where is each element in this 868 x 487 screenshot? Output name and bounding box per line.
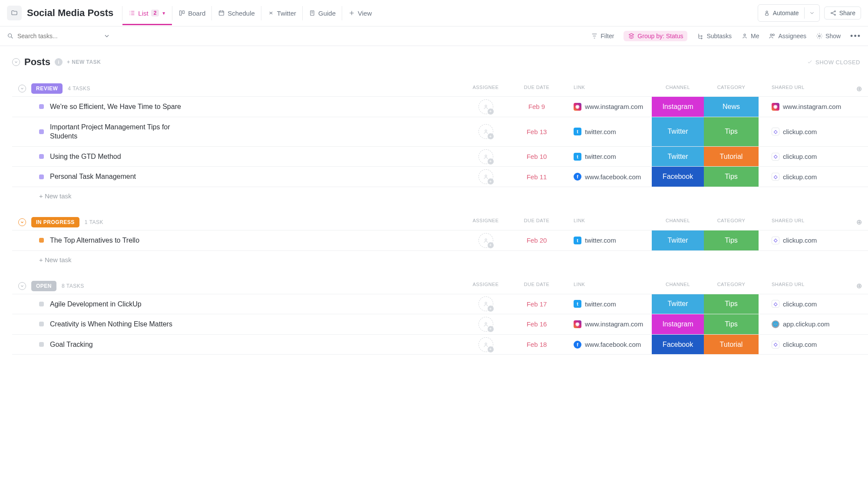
chevron-down-icon[interactable] (103, 33, 110, 39)
add-column-button[interactable]: ⊕ (851, 282, 868, 290)
status-pill[interactable]: OPEN (31, 281, 56, 291)
category-cell[interactable]: Tips (704, 230, 759, 250)
link-cell[interactable]: ttwitter.com (565, 230, 652, 250)
add-view-button[interactable]: View (342, 6, 378, 20)
shared-url-cell[interactable]: ◇clickup.com (759, 167, 851, 187)
status-square[interactable] (39, 154, 44, 159)
channel-cell[interactable]: Twitter (652, 147, 704, 167)
shared-url-cell[interactable]: ◇clickup.com (759, 117, 851, 146)
task-row[interactable]: Using the GTD Method Feb 10 ttwitter.com… (12, 147, 868, 167)
due-date-cell[interactable]: Feb 11 (508, 167, 565, 187)
show-button[interactable]: Show (816, 33, 841, 39)
assignee-cell[interactable] (463, 147, 508, 167)
filter-button[interactable]: Filter (591, 33, 614, 39)
status-square[interactable] (39, 342, 44, 347)
collapse-group-button[interactable] (18, 282, 26, 290)
shared-url-cell[interactable]: ◉www.instagram.com (759, 97, 851, 117)
view-tab-board[interactable]: Board (172, 6, 211, 20)
view-tab-list[interactable]: List 2 ▼ (122, 6, 172, 20)
assignee-cell[interactable] (463, 117, 508, 146)
shared-url-cell[interactable]: ◇clickup.com (759, 147, 851, 167)
view-tab-twitter[interactable]: Twitter (261, 6, 302, 20)
status-square[interactable] (39, 322, 44, 326)
assignee-cell[interactable] (463, 97, 508, 117)
task-row[interactable]: Agile Development in ClickUp Feb 17 ttwi… (12, 294, 868, 315)
link-cell[interactable]: fwww.facebook.com (565, 335, 652, 355)
category-cell[interactable]: Tutorial (704, 147, 759, 167)
category-cell[interactable]: Tips (704, 314, 759, 334)
add-assignee-icon[interactable] (479, 124, 493, 139)
view-tab-guide[interactable]: Guide (302, 6, 342, 20)
assignee-cell[interactable] (463, 314, 508, 334)
add-assignee-icon[interactable] (479, 99, 493, 114)
new-task-button[interactable]: + NEW TASK (67, 59, 101, 65)
add-assignee-icon[interactable] (479, 296, 493, 311)
shared-url-cell[interactable]: ◇clickup.com (759, 294, 851, 314)
task-row[interactable]: We're so Efficient, We Have Time to Spar… (12, 97, 868, 117)
add-column-button[interactable]: ⊕ (851, 85, 868, 93)
shared-url-cell[interactable]: ◇clickup.com (759, 335, 851, 355)
channel-cell[interactable]: Twitter (652, 117, 704, 146)
task-row[interactable]: Personal Task Management Feb 11 fwww.fac… (12, 167, 868, 187)
link-cell[interactable]: ttwitter.com (565, 147, 652, 167)
link-cell[interactable]: ttwitter.com (565, 294, 652, 314)
new-task-row[interactable]: + New task (12, 251, 868, 269)
status-square[interactable] (39, 104, 44, 109)
status-square[interactable] (39, 302, 44, 306)
channel-cell[interactable]: Facebook (652, 335, 704, 355)
channel-cell[interactable]: Facebook (652, 167, 704, 187)
channel-cell[interactable]: Twitter (652, 230, 704, 250)
category-cell[interactable]: Tutorial (704, 335, 759, 355)
add-assignee-icon[interactable] (479, 337, 493, 352)
assignees-button[interactable]: Assignees (769, 33, 806, 39)
due-date-cell[interactable]: Feb 20 (508, 230, 565, 250)
status-square[interactable] (39, 238, 44, 243)
show-closed-button[interactable]: SHOW CLOSED (807, 59, 860, 66)
status-square[interactable] (39, 129, 44, 134)
due-date-cell[interactable]: Feb 10 (508, 147, 565, 167)
search-input[interactable] (17, 33, 87, 39)
category-cell[interactable]: Tips (704, 167, 759, 187)
due-date-cell[interactable]: Feb 9 (508, 97, 565, 117)
automate-button[interactable]: Automate (758, 4, 820, 22)
status-pill[interactable]: REVIEW (31, 83, 63, 94)
category-cell[interactable]: Tips (704, 294, 759, 314)
task-row[interactable]: Goal Tracking Feb 18 fwww.facebook.com F… (12, 335, 868, 355)
add-assignee-icon[interactable] (479, 169, 493, 184)
folder-icon[interactable] (7, 6, 22, 20)
link-cell[interactable]: ttwitter.com (565, 117, 652, 146)
task-row[interactable]: The Top Alternatives to Trello Feb 20 tt… (12, 230, 868, 251)
add-column-button[interactable]: ⊕ (851, 218, 868, 226)
subtasks-button[interactable]: Subtasks (697, 33, 732, 39)
more-menu-icon[interactable]: ••• (850, 32, 861, 41)
collapse-group-button[interactable] (18, 85, 26, 92)
add-assignee-icon[interactable] (479, 149, 493, 164)
chevron-down-icon[interactable] (804, 7, 819, 19)
channel-cell[interactable]: Instagram (652, 97, 704, 117)
me-button[interactable]: Me (741, 33, 759, 39)
shared-url-cell[interactable]: ◇clickup.com (759, 230, 851, 250)
link-cell[interactable]: ◉www.instagram.com (565, 314, 652, 334)
category-cell[interactable]: News (704, 97, 759, 117)
share-button[interactable]: Share (824, 7, 861, 20)
due-date-cell[interactable]: Feb 17 (508, 294, 565, 314)
add-assignee-icon[interactable] (479, 317, 493, 332)
assignee-cell[interactable] (463, 294, 508, 314)
view-tab-schedule[interactable]: Schedule (211, 6, 261, 20)
channel-cell[interactable]: Instagram (652, 314, 704, 334)
status-square[interactable] (39, 174, 44, 179)
due-date-cell[interactable]: Feb 16 (508, 314, 565, 334)
link-cell[interactable]: fwww.facebook.com (565, 167, 652, 187)
collapse-group-button[interactable] (18, 218, 26, 226)
category-cell[interactable]: Tips (704, 117, 759, 146)
add-assignee-icon[interactable] (479, 233, 493, 248)
groupby-button[interactable]: Group by: Status (624, 31, 687, 41)
status-pill[interactable]: IN PROGRESS (31, 217, 79, 227)
assignee-cell[interactable] (463, 167, 508, 187)
assignee-cell[interactable] (463, 230, 508, 250)
info-icon[interactable]: i (55, 58, 63, 66)
task-row[interactable]: Important Project Management Tips for St… (12, 117, 868, 147)
due-date-cell[interactable]: Feb 13 (508, 117, 565, 146)
shared-url-cell[interactable]: 🌐app.clickup.com (759, 314, 851, 334)
link-cell[interactable]: ◉www.instagram.com (565, 97, 652, 117)
